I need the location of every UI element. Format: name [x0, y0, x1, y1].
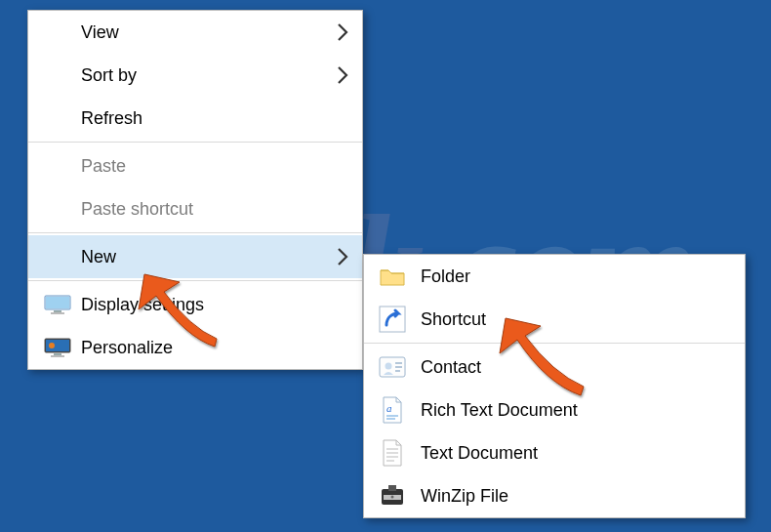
menu-item-label: Personalize [81, 338, 173, 358]
menu-separator [28, 142, 362, 143]
menu-item-label: View [81, 22, 119, 43]
personalize-icon [44, 337, 71, 358]
folder-icon [378, 262, 407, 291]
menu-item-refresh[interactable]: Refresh [28, 97, 362, 140]
menu-item-label: Paste shortcut [81, 199, 193, 220]
text-icon [378, 438, 407, 468]
winzip-icon [378, 481, 407, 511]
desktop-context-menu: View Sort by Refresh Paste Paste shortcu… [27, 10, 363, 370]
menu-separator [28, 232, 362, 233]
svg-rect-2 [54, 310, 61, 312]
svg-rect-7 [54, 353, 61, 355]
submenu-item-rtf[interactable]: a Rich Text Document [364, 389, 745, 431]
rtf-icon: a [378, 395, 407, 425]
menu-item-paste-shortcut: Paste shortcut [28, 187, 362, 230]
svg-rect-3 [51, 312, 64, 314]
menu-item-view[interactable]: View [28, 11, 362, 54]
menu-item-label: Rich Text Document [421, 400, 578, 421]
menu-item-personalize[interactable]: Personalize [28, 326, 362, 369]
contact-icon [378, 352, 407, 382]
menu-item-paste: Paste [28, 144, 362, 187]
svg-rect-1 [46, 297, 69, 308]
svg-rect-9 [380, 307, 405, 332]
new-submenu: Folder Shortcut Contact [363, 254, 746, 518]
svg-point-6 [49, 343, 55, 348]
svg-point-25 [391, 496, 394, 499]
menu-item-label: Display settings [81, 295, 204, 315]
submenu-item-text[interactable]: Text Document [364, 431, 745, 474]
monitor-icon [44, 294, 71, 315]
menu-item-label: WinZip File [421, 486, 508, 507]
menu-item-sort-by[interactable]: Sort by [28, 54, 362, 97]
menu-item-label: Contact [421, 357, 481, 378]
menu-item-label: Folder [421, 266, 470, 287]
menu-item-label: Shortcut [421, 309, 486, 330]
menu-item-label: Text Document [421, 443, 538, 464]
menu-separator [28, 280, 362, 281]
menu-item-label: New [81, 247, 116, 267]
menu-item-label: Sort by [81, 65, 137, 86]
svg-text:a: a [386, 402, 392, 414]
shortcut-icon [378, 305, 407, 334]
submenu-item-contact[interactable]: Contact [364, 346, 745, 389]
svg-rect-8 [51, 355, 64, 357]
submenu-item-shortcut[interactable]: Shortcut [364, 298, 745, 341]
svg-point-11 [386, 363, 392, 370]
menu-item-new[interactable]: New [28, 235, 362, 278]
menu-item-label: Paste [81, 156, 126, 177]
submenu-item-folder[interactable]: Folder [364, 255, 745, 298]
svg-rect-23 [388, 485, 396, 491]
chevron-right-icon [337, 65, 348, 85]
chevron-right-icon [337, 247, 348, 266]
menu-item-label: Refresh [81, 108, 142, 129]
menu-separator [364, 343, 745, 344]
chevron-right-icon [337, 22, 348, 42]
menu-item-display-settings[interactable]: Display settings [28, 283, 362, 326]
submenu-item-winzip[interactable]: WinZip File [364, 474, 745, 517]
